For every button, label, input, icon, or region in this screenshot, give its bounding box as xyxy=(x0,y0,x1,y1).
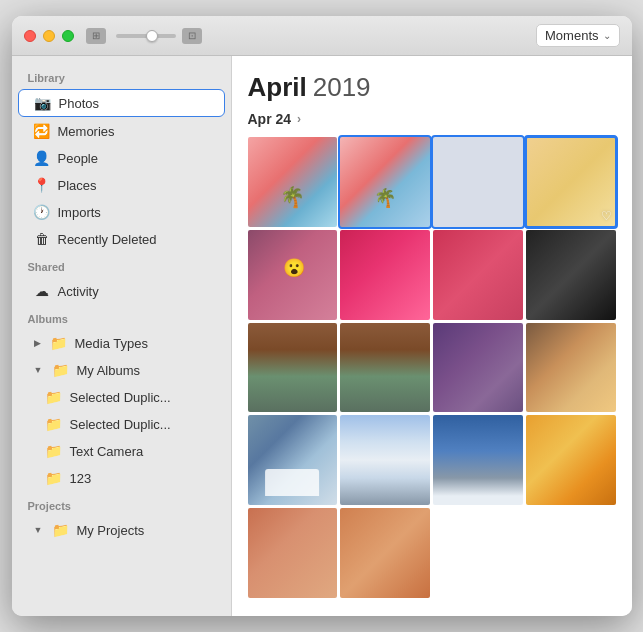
cloud-icon: ☁ xyxy=(34,283,50,299)
text-camera-folder-icon: 📁 xyxy=(46,443,62,459)
moments-dropdown[interactable]: Moments ⌄ xyxy=(536,24,619,47)
slider-thumb[interactable] xyxy=(146,30,158,42)
heart-icon: ♡ xyxy=(601,209,612,223)
photo-cell[interactable] xyxy=(248,230,338,320)
sidebar-label-recently-deleted: Recently Deleted xyxy=(58,232,157,247)
sidebar-item-photos[interactable]: 📷 Photos xyxy=(18,89,225,117)
photo-cell[interactable] xyxy=(526,230,616,320)
my-albums-folder-icon: 📁 xyxy=(52,362,68,378)
sidebar-item-text-camera[interactable]: 📁 Text Camera xyxy=(18,438,225,464)
sidebar: Library 📷 Photos 🔁 Memories 👤 People 📍 P… xyxy=(12,56,232,616)
projects-section-label: Projects xyxy=(12,492,231,516)
photos-title: April2019 xyxy=(248,72,616,103)
app-window: ⊞ ⊡ Moments ⌄ Library 📷 Photos 🔁 xyxy=(12,16,632,616)
date-label: Apr 24 xyxy=(248,111,292,127)
sidebar-item-recently-deleted[interactable]: 🗑 Recently Deleted xyxy=(18,226,225,252)
shared-section-label: Shared xyxy=(12,253,231,277)
memories-icon: 🔁 xyxy=(34,123,50,139)
sidebar-label-my-albums: My Albums xyxy=(76,363,140,378)
sidebar-item-activity[interactable]: ☁ Activity xyxy=(18,278,225,304)
sidebar-label-people: People xyxy=(58,151,98,166)
sidebar-label-123: 123 xyxy=(70,471,92,486)
sidebar-item-my-projects[interactable]: ▼ 📁 My Projects xyxy=(18,517,225,543)
photo-cell[interactable] xyxy=(526,415,616,505)
album-folder-icon-2: 📁 xyxy=(46,416,62,432)
sidebar-label-activity: Activity xyxy=(58,284,99,299)
zoom-slider[interactable] xyxy=(116,34,176,38)
collapsed-triangle-icon: ▶ xyxy=(34,338,41,348)
photo-cell[interactable] xyxy=(248,323,338,413)
sidebar-item-media-types[interactable]: ▶ 📁 Media Types xyxy=(18,330,225,356)
imports-icon: 🕐 xyxy=(34,204,50,220)
people-icon: 👤 xyxy=(34,150,50,166)
sidebar-label-photos: Photos xyxy=(59,96,99,111)
photo-cell[interactable]: ♡ xyxy=(526,137,616,227)
sidebar-label-selected-duplic-2: Selected Duplic... xyxy=(70,417,171,432)
trash-icon: 🗑 xyxy=(34,231,50,247)
sidebar-item-my-albums[interactable]: ▼ 📁 My Albums xyxy=(18,357,225,383)
photo-cell[interactable] xyxy=(340,323,430,413)
slider-track xyxy=(116,34,176,38)
sidebar-toggle-icon[interactable]: ⊞ xyxy=(86,28,106,44)
photo-cell[interactable] xyxy=(248,137,338,227)
titlebar: ⊞ ⊡ Moments ⌄ xyxy=(12,16,632,56)
projects-triangle-icon: ▼ xyxy=(34,525,43,535)
fullscreen-icon[interactable]: ⊡ xyxy=(182,28,202,44)
sidebar-label-memories: Memories xyxy=(58,124,115,139)
media-types-folder-icon: 📁 xyxy=(51,335,67,351)
album-folder-icon-1: 📁 xyxy=(46,389,62,405)
sidebar-item-imports[interactable]: 🕐 Imports xyxy=(18,199,225,225)
photo-cell[interactable] xyxy=(526,323,616,413)
photo-cell[interactable] xyxy=(433,137,523,227)
photos-icon: 📷 xyxy=(35,95,51,111)
sidebar-label-imports: Imports xyxy=(58,205,101,220)
sidebar-item-people[interactable]: 👤 People xyxy=(18,145,225,171)
photos-area: April2019 Apr 24 › ♡ xyxy=(232,56,632,616)
sidebar-label-text-camera: Text Camera xyxy=(70,444,144,459)
main-content: Library 📷 Photos 🔁 Memories 👤 People 📍 P… xyxy=(12,56,632,616)
photo-cell[interactable] xyxy=(248,415,338,505)
sidebar-label-selected-duplic-1: Selected Duplic... xyxy=(70,390,171,405)
month-label: April xyxy=(248,72,307,102)
photo-cell[interactable] xyxy=(340,230,430,320)
maximize-button[interactable] xyxy=(62,30,74,42)
photo-cell[interactable] xyxy=(340,415,430,505)
123-folder-icon: 📁 xyxy=(46,470,62,486)
sidebar-item-selected-duplic-2[interactable]: 📁 Selected Duplic... xyxy=(18,411,225,437)
photo-cell[interactable] xyxy=(433,415,523,505)
sidebar-item-selected-duplic-1[interactable]: 📁 Selected Duplic... xyxy=(18,384,225,410)
library-section-label: Library xyxy=(12,64,231,88)
traffic-lights xyxy=(24,30,74,42)
sidebar-label-my-projects: My Projects xyxy=(76,523,144,538)
sidebar-item-123[interactable]: 📁 123 xyxy=(18,465,225,491)
photo-cell[interactable] xyxy=(433,323,523,413)
date-nav[interactable]: Apr 24 › xyxy=(248,111,616,127)
dropdown-arrow-icon: ⌄ xyxy=(603,30,611,41)
titlebar-controls: ⊞ ⊡ xyxy=(86,28,202,44)
my-projects-folder-icon: 📁 xyxy=(52,522,68,538)
photo-cell[interactable] xyxy=(433,230,523,320)
date-chevron-icon: › xyxy=(297,112,301,126)
expanded-triangle-icon: ▼ xyxy=(34,365,43,375)
sidebar-item-memories[interactable]: 🔁 Memories xyxy=(18,118,225,144)
photo-cell[interactable] xyxy=(248,508,338,598)
moments-label: Moments xyxy=(545,28,598,43)
photo-grid: ♡ xyxy=(248,137,616,598)
sidebar-item-places[interactable]: 📍 Places xyxy=(18,172,225,198)
sidebar-label-places: Places xyxy=(58,178,97,193)
photo-cell[interactable] xyxy=(340,508,430,598)
close-button[interactable] xyxy=(24,30,36,42)
sidebar-label-media-types: Media Types xyxy=(75,336,148,351)
minimize-button[interactable] xyxy=(43,30,55,42)
photo-cell[interactable] xyxy=(340,137,430,227)
albums-section-label: Albums xyxy=(12,305,231,329)
year-label: 2019 xyxy=(313,72,371,102)
places-icon: 📍 xyxy=(34,177,50,193)
